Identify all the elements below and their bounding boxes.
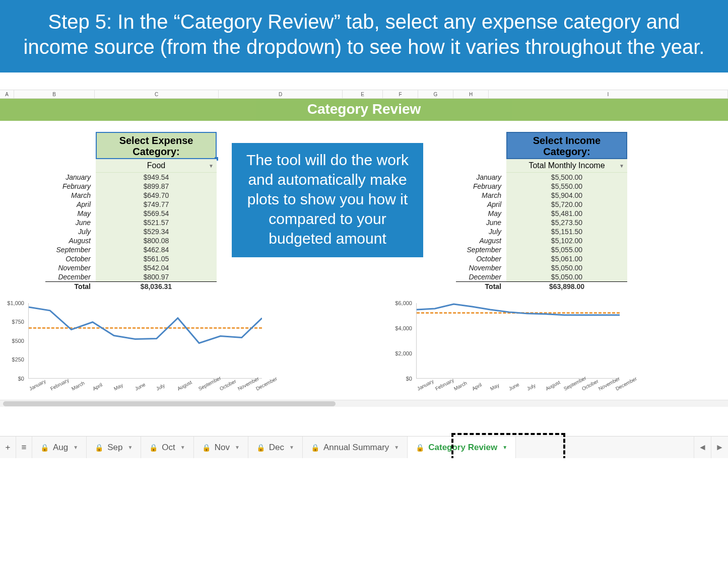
- expense-chart-yaxis: $1,000 $750 $500 $250 $0: [0, 303, 26, 379]
- table-row: December$800.97: [45, 272, 217, 282]
- all-sheets-button[interactable]: ≡: [16, 437, 32, 459]
- sheet-title-banner: Category Review: [0, 99, 728, 121]
- callout-box: The tool will do the work and automatica…: [232, 143, 423, 257]
- column-headers: A B C D E F G H I: [0, 90, 728, 99]
- table-row: February$5,550.00: [456, 182, 627, 191]
- table-row: August$5,102.00: [456, 236, 627, 245]
- table-row: August$800.08: [45, 236, 217, 245]
- table-row: July$5,151.50: [456, 227, 627, 236]
- income-panel: Select Income Category: Total Monthly In…: [456, 132, 627, 291]
- sheet-area: Select Expense Category: Food ▼ January$…: [0, 121, 728, 436]
- income-line: [417, 303, 620, 378]
- table-row: March$649.70: [45, 191, 217, 200]
- chevron-down-icon: ▼: [209, 163, 214, 169]
- lock-icon: 🔒: [416, 444, 424, 452]
- expense-total-row: Total$8,036.31: [45, 282, 217, 292]
- table-row: July$529.34: [45, 227, 217, 236]
- lock-icon: 🔒: [256, 444, 265, 452]
- table-row: April$5,720.00: [456, 200, 627, 209]
- lock-icon: 🔒: [202, 444, 211, 452]
- table-row: October$5,061.00: [456, 254, 627, 263]
- col-D[interactable]: D: [219, 90, 343, 98]
- chevron-down-icon: ▼: [73, 445, 78, 450]
- table-row: November$542.04: [45, 263, 217, 272]
- chevron-down-icon: ▼: [619, 163, 624, 169]
- col-H[interactable]: H: [453, 90, 489, 98]
- table-row: September$5,055.00: [456, 245, 627, 254]
- table-row: October$561.05: [45, 254, 217, 263]
- chevron-down-icon: ▼: [180, 445, 185, 450]
- tab-nov[interactable]: 🔒Nov▼: [194, 437, 248, 459]
- table-row: May$5,481.00: [456, 209, 627, 218]
- table-row: December$5,050.00: [456, 272, 627, 282]
- scrollbar-thumb[interactable]: [3, 401, 336, 406]
- income-chart-plot: [416, 303, 620, 379]
- table-row: March$5,904.00: [456, 191, 627, 200]
- income-chart-yaxis: $6,000 $4,000 $2,000 $0: [388, 303, 414, 379]
- expense-header: Select Expense Category:: [96, 132, 217, 159]
- table-row: April$749.77: [45, 200, 217, 209]
- horizontal-scrollbar[interactable]: [0, 400, 728, 407]
- expense-header-label: Select Expense Category:: [119, 135, 193, 157]
- table-row: January$949.54: [45, 173, 217, 182]
- income-header-label: Select Income Category:: [533, 135, 601, 157]
- income-chart[interactable]: $6,000 $4,000 $2,000 $0 January February…: [388, 303, 620, 399]
- expense-chart-plot: [28, 303, 262, 379]
- income-total-row: Total$63,898.00: [456, 282, 627, 292]
- col-G[interactable]: G: [418, 90, 453, 98]
- chevron-down-icon: ▼: [502, 445, 507, 450]
- col-F[interactable]: F: [383, 90, 418, 98]
- tab-oct[interactable]: 🔒Oct▼: [141, 437, 193, 459]
- expense-category-dropdown[interactable]: Food ▼: [96, 159, 217, 173]
- chevron-down-icon: ▼: [127, 445, 133, 450]
- tab-aug[interactable]: 🔒Aug▼: [32, 437, 87, 459]
- tab-category-review[interactable]: 🔒Category Review▼: [408, 437, 516, 459]
- expense-line: [29, 303, 262, 378]
- table-row: February$899.87: [45, 182, 217, 191]
- sheet-tabbar: + ≡ 🔒Aug▼ 🔒Sep▼ 🔒Oct▼ 🔒Nov▼ 🔒Dec▼ 🔒Annua…: [0, 436, 728, 458]
- expense-table: January$949.54 February$899.87 March$649…: [45, 173, 217, 291]
- income-selected: Total Monthly Income: [528, 161, 605, 170]
- chevron-down-icon: ▼: [235, 445, 240, 450]
- tab-annual-summary[interactable]: 🔒Annual Summary▼: [303, 437, 408, 459]
- lock-icon: 🔒: [40, 444, 49, 452]
- table-row: May$569.54: [45, 209, 217, 218]
- col-E[interactable]: E: [343, 90, 383, 98]
- tab-sep[interactable]: 🔒Sep▼: [87, 437, 141, 459]
- tab-dec[interactable]: 🔒Dec▼: [248, 437, 303, 459]
- spacer: [0, 72, 728, 90]
- lock-icon: 🔒: [311, 444, 319, 452]
- expense-selected: Food: [147, 161, 165, 170]
- lock-icon: 🔒: [95, 444, 103, 452]
- income-chart-xaxis: January February March April May June Ju…: [416, 380, 620, 398]
- instruction-banner: Step 5: In the “Category Review” tab, se…: [0, 0, 728, 72]
- table-row: January$5,500.00: [456, 173, 627, 182]
- table-row: June$5,273.50: [456, 218, 627, 227]
- expense-chart[interactable]: $1,000 $750 $500 $250 $0 January Februar…: [0, 303, 262, 399]
- chevron-down-icon: ▼: [289, 445, 294, 450]
- table-row: November$5,050.00: [456, 263, 627, 272]
- expense-panel: Select Expense Category: Food ▼ January$…: [45, 132, 217, 291]
- col-A[interactable]: A: [0, 90, 14, 98]
- lock-icon: 🔒: [149, 444, 158, 452]
- tab-nav-arrows: ◄ ►: [694, 437, 728, 459]
- tab-scroll-right[interactable]: ►: [711, 437, 728, 459]
- income-header: Select Income Category:: [506, 132, 627, 159]
- col-B[interactable]: B: [14, 90, 95, 98]
- tab-scroll-left[interactable]: ◄: [694, 437, 711, 459]
- add-sheet-button[interactable]: +: [0, 437, 16, 459]
- expense-chart-xaxis: January February March April May June Ju…: [28, 380, 262, 398]
- col-C[interactable]: C: [95, 90, 219, 98]
- chevron-down-icon: ▼: [394, 445, 399, 450]
- income-table: January$5,500.00 February$5,550.00 March…: [456, 173, 627, 291]
- table-row: June$521.57: [45, 218, 217, 227]
- tabbar-wrap: + ≡ 🔒Aug▼ 🔒Sep▼ 🔒Oct▼ 🔒Nov▼ 🔒Dec▼ 🔒Annua…: [0, 436, 728, 458]
- table-row: September$462.84: [45, 245, 217, 254]
- col-I[interactable]: I: [489, 90, 728, 98]
- income-category-dropdown[interactable]: Total Monthly Income ▼: [506, 159, 627, 173]
